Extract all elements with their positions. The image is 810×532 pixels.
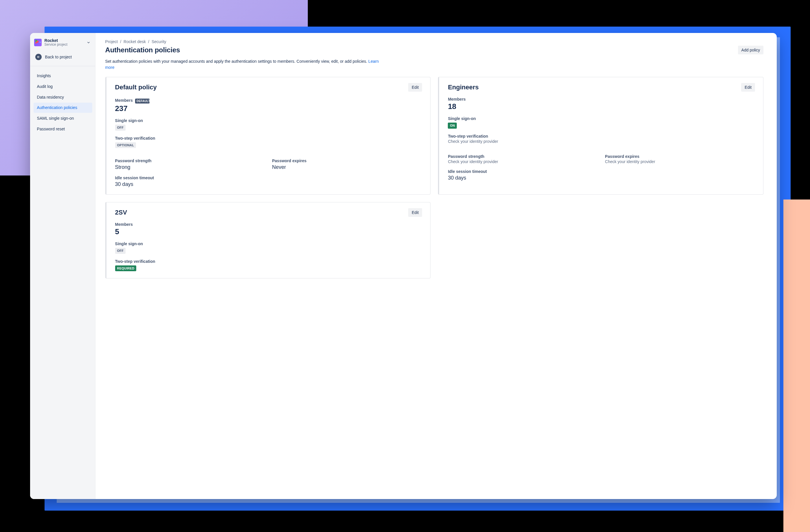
sidebar-item-authentication-policies[interactable]: Authentication policies xyxy=(34,103,92,113)
main-content: Project/Rocket desk/Security Authenticat… xyxy=(95,33,777,499)
arrow-left-icon xyxy=(35,54,42,60)
password-expires-value: Check your identity provider xyxy=(605,159,755,164)
sso-status-badge: OFF xyxy=(115,124,126,131)
policy-card: Engineers Edit Members 18Single sign-on … xyxy=(438,77,763,195)
breadcrumb-separator: / xyxy=(148,39,149,44)
sidebar-item-data-residency[interactable]: Data residency xyxy=(34,92,92,102)
sidebar-item-saml-single-sign-on[interactable]: SAML single sign-on xyxy=(34,113,92,123)
policy-title: Default policy xyxy=(115,84,157,91)
sso-status-badge: OFF xyxy=(115,248,126,254)
breadcrumb: Project/Rocket desk/Security xyxy=(105,39,764,44)
two-step-label: Two-step verification xyxy=(115,259,422,264)
project-avatar-icon xyxy=(34,39,42,46)
sso-label: Single sign-on xyxy=(115,118,422,123)
idle-timeout-value: 30 days xyxy=(448,175,755,181)
add-policy-button[interactable]: Add policy xyxy=(738,46,764,54)
page-title: Authentication policies xyxy=(105,46,180,54)
members-label: Members xyxy=(115,222,422,227)
project-switcher-text: Rocket Service project xyxy=(45,38,67,47)
sidebar-item-insights[interactable]: Insights xyxy=(34,71,92,81)
edit-policy-button[interactable]: Edit xyxy=(408,208,422,217)
chevron-down-icon xyxy=(86,40,91,45)
edit-policy-button[interactable]: Edit xyxy=(741,83,755,92)
sso-label: Single sign-on xyxy=(448,116,755,121)
app-window: Rocket Service project Back to project I… xyxy=(30,33,777,499)
password-strength-label: Password strength xyxy=(448,154,598,159)
password-strength-value: Check your identity provider xyxy=(448,159,598,164)
policy-title: Engineers xyxy=(448,84,479,91)
members-label: Members DEFAULT xyxy=(115,97,422,103)
password-expires-label: Password expires xyxy=(272,159,422,163)
sidebar: Rocket Service project Back to project I… xyxy=(30,33,95,499)
sidebar-divider xyxy=(30,66,95,66)
page-description: Set authentication policies with your ma… xyxy=(105,59,383,70)
back-to-project-link[interactable]: Back to project xyxy=(34,53,92,61)
project-switcher[interactable]: Rocket Service project xyxy=(34,38,92,47)
back-to-project-label: Back to project xyxy=(45,55,72,59)
project-subtitle: Service project xyxy=(45,43,67,47)
breadcrumb-item[interactable]: Project xyxy=(105,39,118,44)
policy-card: 2SV Edit Members 5Single sign-on OFFTwo-… xyxy=(105,202,431,279)
idle-timeout-label: Idle session timeout xyxy=(115,176,422,180)
two-step-status-badge: OPTIONAL xyxy=(115,142,136,148)
password-expires-value: Never xyxy=(272,164,422,170)
idle-timeout-label: Idle session timeout xyxy=(448,169,755,174)
page-description-text: Set authentication policies with your ma… xyxy=(105,59,369,64)
sidebar-item-audit-log[interactable]: Audit log xyxy=(34,82,92,92)
two-step-status-badge: REQUIRED xyxy=(115,265,136,271)
password-expires-label: Password expires xyxy=(605,154,755,159)
policy-cards-grid: Default policy Edit Members DEFAULT 237S… xyxy=(105,77,764,279)
breadcrumb-item[interactable]: Security xyxy=(151,39,166,44)
idle-timeout-value: 30 days xyxy=(115,181,422,187)
password-strength-value: Strong xyxy=(115,164,265,170)
breadcrumb-item[interactable]: Rocket desk xyxy=(124,39,146,44)
edit-policy-button[interactable]: Edit xyxy=(408,83,422,92)
members-label: Members xyxy=(448,97,755,101)
members-count: 237 xyxy=(115,104,422,113)
sso-label: Single sign-on xyxy=(115,242,422,246)
sidebar-item-password-reset[interactable]: Password reset xyxy=(34,124,92,134)
policy-card: Default policy Edit Members DEFAULT 237S… xyxy=(105,77,431,195)
sidebar-nav: InsightsAudit logData residencyAuthentic… xyxy=(34,71,92,134)
policy-title: 2SV xyxy=(115,209,127,216)
password-strength-label: Password strength xyxy=(115,159,265,163)
default-badge: DEFAULT xyxy=(135,99,149,103)
project-name: Rocket xyxy=(45,38,67,43)
sso-status-badge: ON xyxy=(448,122,457,129)
two-step-text: Check your identity provider xyxy=(448,139,755,144)
members-count: 18 xyxy=(448,102,755,111)
two-step-label: Two-step verification xyxy=(448,134,755,138)
members-count: 5 xyxy=(115,227,422,236)
two-step-label: Two-step verification xyxy=(115,136,422,140)
breadcrumb-separator: / xyxy=(120,39,121,44)
